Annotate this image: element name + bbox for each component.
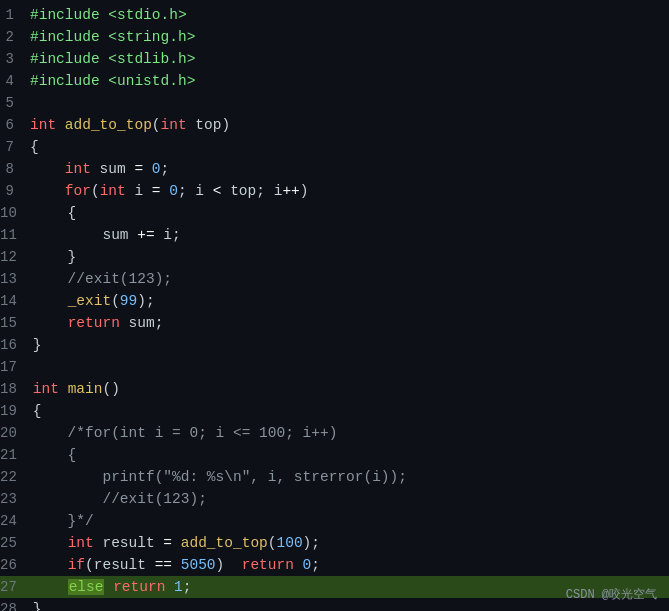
line-25: 25 int result = add_to_top(100); bbox=[0, 532, 669, 554]
line-content-20: /*for(int i = 0; i <= 100; i++) bbox=[33, 422, 661, 444]
line-17: 17 bbox=[0, 356, 669, 378]
line-content-13: //exit(123); bbox=[33, 268, 661, 290]
line-num-12: 12 bbox=[0, 246, 33, 268]
line-content-26: if(result == 5050) return 0; bbox=[33, 554, 661, 576]
line-14: 14 _exit(99); bbox=[0, 290, 669, 312]
line-16: 16 } bbox=[0, 334, 669, 356]
line-3: 3 #include <stdlib.h> bbox=[0, 48, 669, 70]
line-15: 15 return sum; bbox=[0, 312, 669, 334]
line-num-26: 26 bbox=[0, 554, 33, 576]
line-num-11: 11 bbox=[0, 224, 33, 246]
line-num-3: 3 bbox=[0, 48, 30, 70]
line-content-4: #include <unistd.h> bbox=[30, 70, 661, 92]
line-content-12: } bbox=[33, 246, 661, 268]
line-num-4: 4 bbox=[0, 70, 30, 92]
line-content-2: #include <string.h> bbox=[30, 26, 661, 48]
line-num-22: 22 bbox=[0, 466, 33, 488]
line-num-24: 24 bbox=[0, 510, 33, 532]
line-content-9: for(int i = 0; i < top; i++) bbox=[30, 180, 661, 202]
watermark: CSDN @咬光空气 bbox=[566, 586, 657, 603]
line-num-17: 17 bbox=[0, 356, 33, 378]
line-4: 4 #include <unistd.h> bbox=[0, 70, 669, 92]
line-num-10: 10 bbox=[0, 202, 33, 224]
line-num-20: 20 bbox=[0, 422, 33, 444]
line-12: 12 } bbox=[0, 246, 669, 268]
line-21: 21 { bbox=[0, 444, 669, 466]
line-num-6: 6 bbox=[0, 114, 30, 136]
line-num-18: 18 bbox=[0, 378, 33, 400]
line-num-2: 2 bbox=[0, 26, 30, 48]
line-20: 20 /*for(int i = 0; i <= 100; i++) bbox=[0, 422, 669, 444]
line-content-11: sum += i; bbox=[33, 224, 661, 246]
line-content-16: } bbox=[33, 334, 661, 356]
line-content-14: _exit(99); bbox=[33, 290, 661, 312]
line-content-22: printf("%d: %s\n", i, strerror(i)); bbox=[33, 466, 661, 488]
line-24: 24 }*/ bbox=[0, 510, 669, 532]
line-content-6: int add_to_top(int top) bbox=[30, 114, 661, 136]
line-num-14: 14 bbox=[0, 290, 33, 312]
line-5: 5 bbox=[0, 92, 669, 114]
line-content-19: { bbox=[33, 400, 661, 422]
line-content-7: { bbox=[30, 136, 661, 158]
line-11: 11 sum += i; bbox=[0, 224, 669, 246]
line-26: 26 if(result == 5050) return 0; bbox=[0, 554, 669, 576]
line-content-8: int sum = 0; bbox=[30, 158, 661, 180]
line-1: 1 #include <stdio.h> bbox=[0, 4, 669, 26]
line-19: 19 { bbox=[0, 400, 669, 422]
line-num-7: 7 bbox=[0, 136, 30, 158]
line-10: 10 { bbox=[0, 202, 669, 224]
code-block: 1 #include <stdio.h> 2 #include <string.… bbox=[0, 0, 669, 611]
line-num-25: 25 bbox=[0, 532, 33, 554]
line-7: 7 { bbox=[0, 136, 669, 158]
line-8: 8 int sum = 0; bbox=[0, 158, 669, 180]
line-num-13: 13 bbox=[0, 268, 33, 290]
line-num-15: 15 bbox=[0, 312, 33, 334]
line-num-5: 5 bbox=[0, 92, 30, 114]
code-editor: 1 #include <stdio.h> 2 #include <string.… bbox=[0, 0, 669, 611]
line-9: 9 for(int i = 0; i < top; i++) bbox=[0, 180, 669, 202]
line-13: 13 //exit(123); bbox=[0, 268, 669, 290]
line-22: 22 printf("%d: %s\n", i, strerror(i)); bbox=[0, 466, 669, 488]
line-num-8: 8 bbox=[0, 158, 30, 180]
line-18: 18 int main() bbox=[0, 378, 669, 400]
line-6: 6 int add_to_top(int top) bbox=[0, 114, 669, 136]
line-2: 2 #include <string.h> bbox=[0, 26, 669, 48]
line-content-21: { bbox=[33, 444, 661, 466]
line-num-28: 28 bbox=[0, 598, 33, 611]
line-content-3: #include <stdlib.h> bbox=[30, 48, 661, 70]
line-23: 23 //exit(123); bbox=[0, 488, 669, 510]
line-num-21: 21 bbox=[0, 444, 33, 466]
line-content-25: int result = add_to_top(100); bbox=[33, 532, 661, 554]
line-content-24: }*/ bbox=[33, 510, 661, 532]
line-content-10: { bbox=[33, 202, 661, 224]
line-content-1: #include <stdio.h> bbox=[30, 4, 661, 26]
line-content-18: int main() bbox=[33, 378, 661, 400]
line-num-9: 9 bbox=[0, 180, 30, 202]
line-num-1: 1 bbox=[0, 4, 30, 26]
line-num-16: 16 bbox=[0, 334, 33, 356]
line-content-23: //exit(123); bbox=[33, 488, 661, 510]
line-num-27: 27 bbox=[0, 576, 33, 598]
line-content-15: return sum; bbox=[33, 312, 661, 334]
line-num-19: 19 bbox=[0, 400, 33, 422]
line-num-23: 23 bbox=[0, 488, 33, 510]
